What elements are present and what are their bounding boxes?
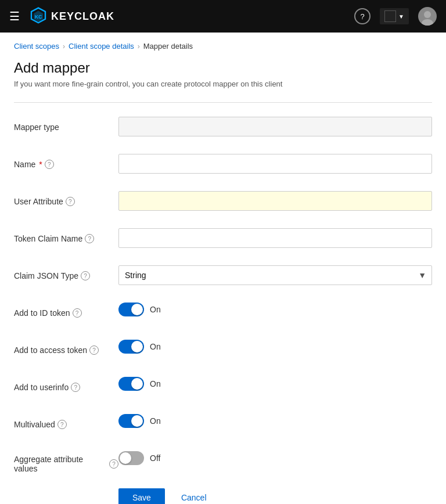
user-attribute-label: User Attribute ? [14, 191, 118, 206]
required-indicator: * [39, 160, 42, 169]
name-control: foo-tenants [118, 154, 432, 174]
breadcrumb-current: Mapper details [143, 42, 193, 51]
name-help-icon[interactable]: ? [45, 160, 54, 169]
multivalued-toggle-track [118, 414, 144, 428]
add-userinfo-help-icon[interactable]: ? [71, 383, 80, 392]
user-attribute-help-icon[interactable]: ? [66, 197, 75, 206]
mapper-type-control: User Attribute [118, 117, 432, 136]
add-access-token-state-label: On [150, 342, 161, 351]
page-subtitle: If you want more fine-grain control, you… [14, 80, 432, 88]
add-id-token-label-text: Add to ID token [14, 308, 70, 318]
page-content: Add mapper If you want more fine-grain c… [0, 55, 446, 504]
add-access-token-toggle[interactable] [118, 340, 144, 354]
avatar-icon [418, 7, 437, 26]
token-claim-name-row: Token Claim Name ? foo-tenants [14, 228, 432, 251]
aggregate-label: Aggregate attribute values ? [14, 451, 118, 473]
help-button[interactable]: ? [354, 8, 371, 24]
multivalued-label-text: Multivalued [14, 420, 55, 429]
aggregate-toggle-wrapper: Off [118, 451, 432, 465]
claim-json-type-select-wrapper: String long int boolean JSON ▼ [118, 265, 432, 285]
breadcrumb-client-scopes[interactable]: Client scopes [14, 42, 59, 51]
multivalued-row: Multivalued ? On [14, 414, 432, 437]
add-userinfo-toggle-wrapper: On [118, 377, 432, 391]
multivalued-toggle[interactable] [118, 414, 144, 428]
aggregate-row: Aggregate attribute values ? Off [14, 451, 432, 474]
add-id-token-help-icon[interactable]: ? [73, 308, 82, 318]
add-id-token-toggle-thumb [131, 304, 143, 315]
add-access-token-toggle-track [118, 340, 144, 354]
multivalued-state-label: On [150, 416, 161, 426]
token-claim-name-label: Token Claim Name ? [14, 228, 118, 243]
aggregate-control: Off [118, 451, 432, 465]
claim-json-type-label-text: Claim JSON Type [14, 271, 78, 280]
claim-json-type-select[interactable]: String long int boolean JSON [118, 265, 432, 285]
svg-point-4 [422, 19, 433, 26]
add-id-token-toggle-wrapper: On [118, 303, 432, 316]
claim-json-type-label: Claim JSON Type ? [14, 265, 118, 280]
aggregate-label-text: Aggregate attribute values [14, 455, 107, 473]
logo-text: KEYCLOAK [51, 10, 114, 23]
add-id-token-label: Add to ID token ? [14, 303, 118, 318]
token-claim-name-input[interactable]: foo-tenants [118, 228, 432, 248]
page-title: Add mapper [14, 60, 432, 76]
add-userinfo-toggle-thumb [131, 378, 143, 390]
add-userinfo-control: On [118, 377, 432, 391]
realm-selector[interactable]: ▼ [380, 8, 409, 24]
claim-json-type-row: Claim JSON Type ? String long int boolea… [14, 265, 432, 289]
mapper-type-row: Mapper type User Attribute [14, 117, 432, 140]
save-button[interactable]: Save [118, 488, 165, 504]
aggregate-state-label: Off [150, 453, 160, 463]
name-row: Name * ? foo-tenants [14, 154, 432, 177]
add-access-token-help-icon[interactable]: ? [89, 345, 99, 355]
user-attribute-control: foo-tenantid [118, 191, 432, 211]
add-userinfo-row: Add to userinfo ? On [14, 377, 432, 400]
add-access-token-toggle-wrapper: On [118, 340, 432, 354]
breadcrumb-sep-1: › [63, 42, 65, 51]
aggregate-help-icon[interactable]: ? [109, 459, 118, 469]
aggregate-toggle-track [118, 451, 144, 465]
logo: KC KEYCLOAK [29, 7, 114, 26]
aggregate-toggle[interactable] [118, 451, 144, 465]
add-id-token-toggle[interactable] [118, 303, 144, 316]
logo-icon: KC [29, 7, 48, 26]
breadcrumb-client-scope-details[interactable]: Client scope details [69, 42, 134, 51]
add-access-token-toggle-thumb [131, 341, 143, 352]
menu-icon[interactable]: ☰ [9, 9, 20, 23]
button-row: Save Cancel [14, 488, 432, 504]
divider [14, 102, 432, 103]
cancel-button[interactable]: Cancel [172, 488, 216, 504]
name-label: Name * ? [14, 154, 118, 169]
multivalued-label: Multivalued ? [14, 414, 118, 429]
multivalued-toggle-wrapper: On [118, 414, 432, 428]
breadcrumb-sep-2: › [138, 42, 140, 51]
add-access-token-control: On [118, 340, 432, 354]
user-attribute-row: User Attribute ? foo-tenantid [14, 191, 432, 214]
add-access-token-label: Add to access token ? [14, 340, 118, 355]
multivalued-toggle-thumb [131, 415, 143, 427]
user-avatar[interactable] [418, 7, 437, 26]
realm-chevron-icon: ▼ [398, 13, 404, 20]
claim-json-type-help-icon[interactable]: ? [81, 271, 90, 280]
add-id-token-state-label: On [150, 305, 161, 314]
token-claim-name-help-icon[interactable]: ? [85, 234, 94, 243]
multivalued-help-icon[interactable]: ? [57, 420, 67, 429]
add-access-token-row: Add to access token ? On [14, 340, 432, 363]
header: ☰ KC KEYCLOAK ? ▼ [0, 0, 446, 33]
help-icon-label: ? [360, 12, 364, 21]
add-userinfo-state-label: On [150, 379, 161, 388]
mapper-type-label: Mapper type [14, 117, 118, 132]
add-userinfo-label: Add to userinfo ? [14, 377, 118, 392]
add-access-token-label-text: Add to access token [14, 345, 87, 355]
name-input[interactable]: foo-tenants [118, 154, 432, 174]
name-label-text: Name [14, 160, 35, 169]
token-claim-name-control: foo-tenants [118, 228, 432, 248]
user-attribute-input[interactable]: foo-tenantid [118, 191, 432, 211]
add-userinfo-toggle[interactable] [118, 377, 144, 391]
svg-text:KC: KC [35, 14, 42, 20]
breadcrumb: Client scopes › Client scope details › M… [0, 33, 446, 55]
mapper-type-input[interactable]: User Attribute [118, 117, 432, 136]
add-id-token-control: On [118, 303, 432, 316]
user-attribute-label-text: User Attribute [14, 197, 63, 206]
add-id-token-row: Add to ID token ? On [14, 303, 432, 326]
add-userinfo-toggle-track [118, 377, 144, 391]
